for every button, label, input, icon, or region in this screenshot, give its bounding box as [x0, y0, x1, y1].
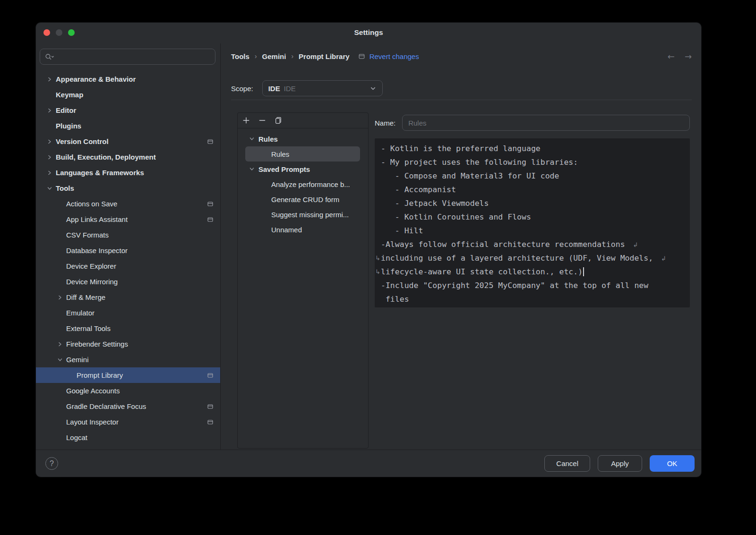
sidebar-item-google-accounts[interactable]: Google Accounts — [36, 383, 220, 399]
sidebar-item-tools[interactable]: Tools — [36, 180, 220, 196]
breadcrumb-item-prompt-library[interactable]: Prompt Library — [299, 52, 350, 60]
chevron-right-icon[interactable] — [43, 138, 56, 145]
prompt-group-rules[interactable]: Rules — [238, 131, 368, 146]
sidebar-item-gradle-declarative-focus[interactable]: Gradle Declarative Focus — [36, 399, 220, 414]
prompt-group-saved-prompts[interactable]: Saved Prompts — [238, 161, 368, 177]
editor-line: - Jetpack Viewmodels — [381, 196, 690, 210]
sidebar-item-label: Firebender Settings — [66, 340, 128, 348]
history-arrows: ← → — [668, 51, 692, 61]
sidebar-item-label: Layout Inspector — [66, 418, 119, 426]
ok-button[interactable]: OK — [650, 455, 695, 472]
prompt-item-suggest-missing-permi[interactable]: Suggest missing permi... — [245, 207, 360, 222]
breadcrumb: Tools›Gemini›Prompt Library — [231, 52, 350, 60]
sidebar-item-languages-frameworks[interactable]: Languages & Frameworks — [36, 165, 220, 180]
editor-line: ↳lifecycle-aware UI state collection., e… — [381, 265, 690, 279]
sidebar-item-device-explorer[interactable]: Device Explorer — [36, 258, 220, 274]
chevron-right-icon[interactable] — [43, 170, 56, 176]
sidebar-item-app-links-assistant[interactable]: App Links Assistant — [36, 212, 220, 227]
titlebar: Settings — [36, 23, 701, 43]
sidebar-item-actions-on-save[interactable]: Actions on Save — [36, 196, 220, 212]
sidebar-item-label: Plugins — [56, 122, 81, 130]
soft-wrap-start-icon: ↳ — [375, 251, 380, 265]
chevron-right-icon[interactable] — [54, 294, 66, 301]
prompt-name-input[interactable] — [402, 115, 690, 131]
sidebar-item-gemini[interactable]: Gemini — [36, 352, 220, 367]
sidebar-item-label: Actions on Save — [66, 200, 117, 208]
header-separator — [231, 100, 692, 100]
settings-search-box[interactable] — [40, 49, 215, 65]
sidebar-item-label: Version Control — [56, 137, 109, 145]
chevron-right-icon[interactable] — [43, 154, 56, 161]
prompt-name-row: Name: — [375, 115, 690, 131]
sidebar-item-firebender-settings[interactable]: Firebender Settings — [36, 336, 220, 352]
maximize-window-button[interactable] — [68, 29, 75, 36]
sidebar-item-editor[interactable]: Editor — [36, 102, 220, 118]
prompt-item-label: Analyze performance b... — [271, 180, 350, 188]
breadcrumb-item-tools[interactable]: Tools — [231, 52, 249, 60]
prompt-item-generate-crud-form[interactable]: Generate CRUD form — [245, 192, 360, 207]
sidebar-item-csv-formats[interactable]: CSV Formats — [36, 227, 220, 243]
chevron-down-icon[interactable] — [43, 185, 56, 192]
chevron-down-icon[interactable] — [54, 357, 66, 363]
soft-wrap-end-icon: ↲ — [633, 241, 638, 248]
chevron-down-icon[interactable] — [245, 166, 258, 172]
sidebar-item-emulator[interactable]: Emulator — [36, 305, 220, 321]
settings-sidebar: Appearance & BehaviorKeymapEditorPlugins… — [36, 43, 221, 450]
sidebar-item-version-control[interactable]: Version Control — [36, 134, 220, 149]
breadcrumb-separator-icon: › — [291, 52, 293, 60]
help-button[interactable]: ? — [45, 457, 58, 470]
ide-settings-icon — [207, 403, 214, 410]
prompt-item-label: Generate CRUD form — [271, 195, 339, 204]
editor-line: - My project uses the following librarie… — [381, 155, 690, 169]
editor-line: - Hilt — [381, 224, 690, 238]
scope-dropdown[interactable]: IDE IDE — [262, 80, 383, 96]
sidebar-item-label: External Tools — [66, 324, 111, 332]
sidebar-item-device-mirroring[interactable]: Device Mirroring — [36, 274, 220, 289]
sidebar-item-label: Tools — [56, 184, 74, 192]
sidebar-item-layout-inspector[interactable]: Layout Inspector — [36, 414, 220, 430]
sidebar-item-build-execution-deployment[interactable]: Build, Execution, Deployment — [36, 149, 220, 165]
sidebar-item-appearance-behavior[interactable]: Appearance & Behavior — [36, 71, 220, 87]
sidebar-item-keymap[interactable]: Keymap — [36, 87, 220, 102]
sidebar-item-external-tools[interactable]: External Tools — [36, 321, 220, 336]
prompt-item-analyze-performance-b[interactable]: Analyze performance b... — [245, 177, 360, 192]
text-caret — [583, 267, 584, 276]
prompt-tree: RulesRulesSaved PromptsAnalyze performan… — [238, 128, 368, 237]
chevron-right-icon[interactable] — [43, 107, 56, 114]
sidebar-nav: Appearance & BehaviorKeymapEditorPlugins… — [36, 71, 220, 450]
minimize-window-button[interactable] — [56, 29, 62, 36]
soft-wrap-end-icon: ↲ — [661, 255, 666, 262]
cancel-button[interactable]: Cancel — [544, 455, 590, 472]
chevron-down-icon[interactable] — [245, 136, 258, 142]
remove-prompt-button[interactable] — [258, 117, 266, 124]
prompt-item-rules[interactable]: Rules — [245, 146, 360, 161]
breadcrumb-item-gemini[interactable]: Gemini — [262, 52, 286, 60]
prompt-item-label: Rules — [271, 150, 289, 158]
settings-search-input[interactable] — [59, 53, 210, 61]
chevron-down-icon — [369, 85, 377, 92]
sidebar-item-diff-merge[interactable]: Diff & Merge — [36, 289, 220, 305]
name-label: Name: — [375, 119, 395, 127]
sidebar-item-logcat[interactable]: Logcat — [36, 430, 220, 445]
add-prompt-button[interactable] — [242, 117, 250, 124]
editor-line: files — [381, 292, 690, 306]
sidebar-item-label: Build, Execution, Deployment — [56, 153, 156, 161]
sidebar-item-label: Emulator — [66, 309, 94, 317]
sidebar-item-database-inspector[interactable]: Database Inspector — [36, 243, 220, 258]
search-icon — [45, 53, 55, 60]
close-window-button[interactable] — [43, 29, 50, 36]
prompt-item-unnamed[interactable]: Unnamed — [245, 222, 360, 237]
sidebar-item-prompt-library[interactable]: Prompt Library — [36, 367, 220, 383]
forward-arrow-icon[interactable]: → — [685, 51, 692, 61]
revert-changes-link[interactable]: Revert changes — [369, 52, 419, 60]
editor-line: ↳including use of a layered architecture… — [381, 251, 690, 265]
scope-row: Scope: IDE IDE — [231, 80, 383, 96]
copy-prompt-button[interactable] — [275, 117, 282, 124]
chevron-right-icon[interactable] — [54, 341, 66, 348]
sidebar-item-plugins[interactable]: Plugins — [36, 118, 220, 134]
apply-button[interactable]: Apply — [598, 455, 642, 472]
prompt-text-editor[interactable]: - Kotlin is the preferred language- My p… — [375, 138, 690, 307]
chevron-right-icon[interactable] — [43, 76, 56, 83]
back-arrow-icon[interactable]: ← — [668, 51, 675, 61]
sidebar-item-label: App Links Assistant — [66, 215, 128, 223]
